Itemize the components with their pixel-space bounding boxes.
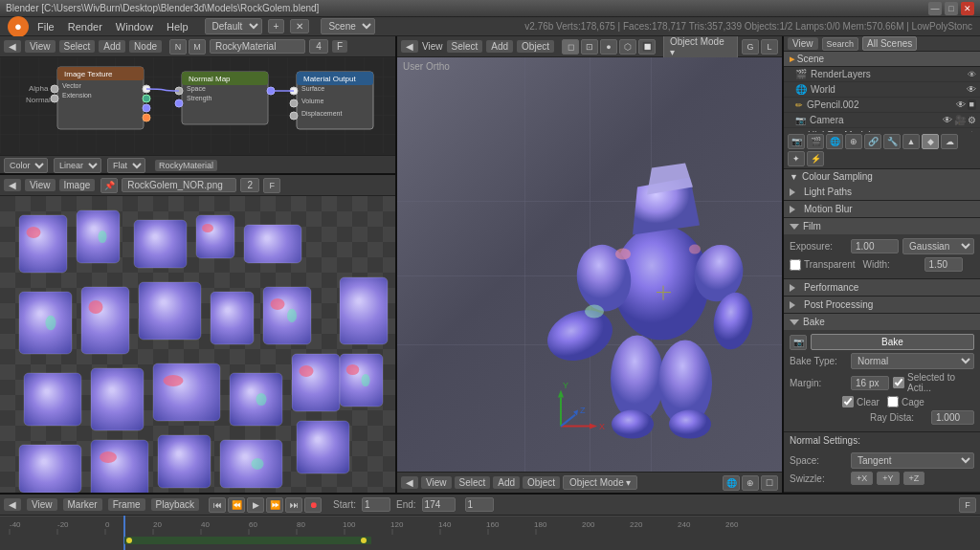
vp-bottom-select[interactable]: Select bbox=[455, 476, 491, 489]
vp-bottom-object[interactable]: Object bbox=[523, 476, 560, 489]
node-editor-menu-btn[interactable]: ◀ bbox=[4, 40, 21, 53]
timeline-expand-btn[interactable]: F bbox=[959, 497, 976, 513]
vp-bottom-view[interactable]: View bbox=[421, 476, 452, 489]
outliner-list[interactable]: 🎬 RenderLayers 👁 🌐 World 👁 ✏ bbox=[784, 67, 980, 132]
viewport-mode-select[interactable]: Object Mode ▾ bbox=[663, 36, 738, 59]
end-frame-input[interactable] bbox=[422, 497, 456, 512]
minimize-button[interactable]: — bbox=[928, 2, 942, 15]
swizzle-x-btn[interactable]: +X bbox=[851, 472, 873, 485]
prop-constraints-btn[interactable]: 🔗 bbox=[864, 134, 881, 149]
node-flat-select[interactable]: Flat bbox=[107, 158, 145, 173]
viewport-wire-btn[interactable]: ⊡ bbox=[581, 39, 598, 55]
eye-icon-world[interactable]: 👁 bbox=[967, 84, 976, 95]
timeline-prev-btn[interactable]: ⏪ bbox=[228, 497, 245, 513]
viewport-canvas[interactable]: User Ortho bbox=[397, 57, 782, 493]
menu-help[interactable]: Help bbox=[162, 19, 193, 34]
layout-select[interactable]: Default bbox=[205, 18, 262, 34]
timeline-play-btn[interactable]: ▶ bbox=[247, 497, 264, 513]
camera-vis-icon[interactable]: 🎥 bbox=[954, 115, 966, 125]
outliner-item-world[interactable]: 🌐 World 👁 bbox=[784, 82, 980, 98]
vp-icon2[interactable]: ⊕ bbox=[742, 475, 759, 491]
node-view-btn[interactable]: View bbox=[25, 40, 56, 53]
selected-active-checkbox[interactable] bbox=[893, 377, 904, 388]
ray-dist-input[interactable] bbox=[931, 410, 974, 425]
menu-window[interactable]: Window bbox=[111, 19, 158, 34]
exposure-input[interactable] bbox=[851, 239, 899, 253]
scene-select[interactable]: Scene bbox=[321, 18, 375, 34]
eye-icon-camera[interactable]: 👁 bbox=[943, 115, 952, 125]
vp-icon3[interactable]: ☐ bbox=[761, 475, 778, 491]
outliner-item-renderlayers[interactable]: 🎬 RenderLayers 👁 bbox=[784, 67, 980, 82]
prop-modifier-btn[interactable]: 🔧 bbox=[883, 134, 901, 149]
eye-icon-renderlayers[interactable]: 👁 bbox=[968, 70, 976, 79]
bake-type-select[interactable]: Normal bbox=[851, 353, 974, 369]
current-frame-input[interactable] bbox=[465, 497, 494, 512]
margin-input[interactable] bbox=[851, 376, 889, 390]
maximize-button[interactable]: □ bbox=[945, 2, 958, 15]
bake-header[interactable]: Bake bbox=[784, 314, 980, 330]
clear-checkbox[interactable] bbox=[842, 396, 854, 407]
node-node-btn[interactable]: Node bbox=[129, 40, 162, 53]
close-button[interactable]: ✕ bbox=[961, 2, 974, 15]
viewport-menu-btn[interactable]: ◀ bbox=[401, 40, 418, 53]
all-scenes-btn[interactable]: All Scenes bbox=[862, 36, 917, 51]
viewport-extra-btn2[interactable]: L bbox=[761, 39, 778, 55]
normal-space-select[interactable]: Tangent Object World bbox=[851, 452, 974, 469]
swizzle-y-btn[interactable]: +Y bbox=[877, 472, 899, 485]
viewport-object-btn[interactable]: Object bbox=[517, 40, 554, 53]
prop-scene-btn[interactable]: 🎬 bbox=[807, 134, 824, 149]
swizzle-z-btn[interactable]: +Z bbox=[903, 472, 925, 485]
eye-icon-gpencil[interactable]: 👁 bbox=[956, 99, 966, 110]
vp-bottom-add[interactable]: Add bbox=[493, 476, 520, 489]
timeline-jump-end-btn[interactable]: ⏭ bbox=[285, 497, 302, 513]
vp-bottom-menu[interactable]: ◀ bbox=[401, 476, 418, 489]
menu-file[interactable]: File bbox=[33, 19, 59, 34]
node-add-btn[interactable]: Add bbox=[99, 40, 125, 53]
menu-render[interactable]: Render bbox=[63, 19, 107, 34]
light-paths-header[interactable]: Light Paths bbox=[784, 184, 980, 200]
timeline-ruler[interactable]: -40 -20 0 20 40 60 80 100 120 140 160 18… bbox=[0, 516, 980, 550]
prop-data-btn[interactable]: ▲ bbox=[902, 134, 920, 149]
img-btn1[interactable]: F bbox=[263, 178, 280, 193]
node-material-btn[interactable]: M bbox=[189, 39, 206, 55]
motion-blur-header[interactable]: Motion Blur bbox=[784, 201, 980, 217]
timeline-next-btn[interactable]: ⏩ bbox=[266, 497, 283, 513]
prop-object-btn[interactable]: ⊕ bbox=[845, 134, 862, 149]
viewport-solid-btn[interactable]: ● bbox=[600, 39, 617, 55]
bake-button[interactable]: Bake bbox=[811, 334, 974, 350]
viewport-texture-btn[interactable]: ⬡ bbox=[619, 39, 636, 55]
viewport-perspective-btn[interactable]: ◻ bbox=[562, 39, 579, 55]
outliner-item-camera[interactable]: 📷 Camera 👁 🎥 ⚙ bbox=[784, 113, 980, 128]
performance-header[interactable]: Performance bbox=[784, 279, 980, 296]
node-use-nodes-btn[interactable]: N bbox=[169, 39, 187, 55]
viewport-add-btn[interactable]: Add bbox=[486, 40, 513, 53]
timeline-menu-btn[interactable]: ◀ bbox=[4, 498, 21, 511]
remove-layout-button[interactable]: ✕ bbox=[290, 19, 309, 33]
object-mode-display[interactable]: Object Mode ▾ bbox=[563, 475, 637, 490]
img-menu-btn[interactable]: ◀ bbox=[4, 179, 21, 191]
timeline-marker-btn[interactable]: Marker bbox=[63, 498, 102, 511]
uv-map-canvas[interactable] bbox=[0, 196, 395, 493]
cage-checkbox[interactable] bbox=[887, 396, 899, 407]
add-layout-button[interactable]: + bbox=[268, 19, 285, 33]
timeline-frame-btn[interactable]: Frame bbox=[108, 498, 145, 511]
node-select-btn[interactable]: Select bbox=[59, 40, 96, 53]
width-input[interactable] bbox=[924, 257, 963, 272]
prop-physics-btn[interactable]: ⚡ bbox=[807, 151, 824, 166]
outliner-item-gpencil[interactable]: ✏ GPencil.002 👁 ■ bbox=[784, 98, 980, 113]
timeline-record-btn[interactable]: ⏺ bbox=[304, 497, 322, 513]
img-view-btn[interactable]: View bbox=[25, 179, 56, 191]
outliner-view-btn[interactable]: View bbox=[788, 37, 818, 50]
viewport-select-btn[interactable]: Select bbox=[447, 40, 483, 53]
prop-material-btn[interactable]: ◆ bbox=[922, 134, 939, 149]
prop-world-btn[interactable]: 🌐 bbox=[826, 134, 843, 149]
camera-render-icon[interactable]: ⚙ bbox=[968, 115, 976, 125]
post-processing-header[interactable]: Post Processing bbox=[784, 297, 980, 313]
viewport-render-btn[interactable]: 🔲 bbox=[638, 39, 656, 55]
viewport-extra-btn1[interactable]: G bbox=[742, 39, 759, 55]
transparent-checkbox[interactable] bbox=[790, 259, 801, 271]
start-frame-input[interactable] bbox=[362, 497, 390, 512]
node-expand-btn[interactable]: F bbox=[332, 40, 347, 53]
film-header[interactable]: Film bbox=[784, 218, 980, 234]
node-linear-select[interactable]: Linear bbox=[54, 158, 101, 173]
